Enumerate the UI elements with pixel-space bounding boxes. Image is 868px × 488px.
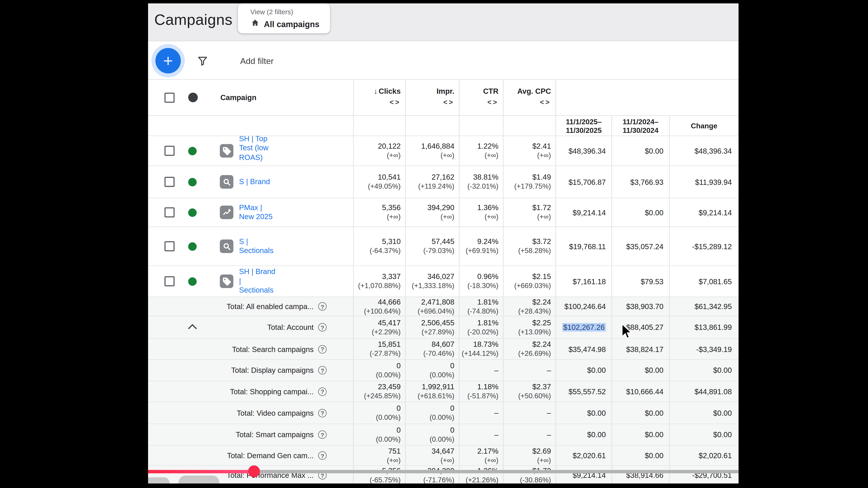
ctr-cell: 2.17%(+∞) bbox=[459, 446, 503, 466]
segment-toggle-icon[interactable]: <> bbox=[390, 98, 401, 106]
previous-period-cost-cell: $3,766.93 bbox=[612, 166, 669, 198]
avg-cpc-cell: $2.24(+28.43%) bbox=[503, 297, 556, 316]
total-row: Total: Video campaigns?0(0.00%)0(0.00%)–… bbox=[148, 402, 739, 424]
impressions-cell: 2,471,808(+696.04%) bbox=[405, 297, 459, 316]
segment-toggle-icon[interactable]: <> bbox=[540, 98, 551, 106]
view-filter-dropdown[interactable]: View (2 filters) All campaigns bbox=[238, 3, 330, 33]
campaign-row: S |Sectionals5,310(-64.37%)57,445(-79.03… bbox=[148, 227, 739, 266]
collapse-chevron-icon[interactable] bbox=[188, 323, 197, 332]
change-cell: $48,396.34 bbox=[669, 136, 739, 166]
enabled-status-icon bbox=[188, 147, 197, 155]
enabled-status-icon bbox=[188, 277, 197, 286]
row-checkbox[interactable] bbox=[164, 207, 175, 218]
help-icon[interactable]: ? bbox=[318, 430, 327, 439]
current-period-cost-cell: $9,214.14 bbox=[556, 466, 612, 484]
total-row-label: Total: Video campaigns bbox=[237, 409, 313, 417]
current-period-cost-cell: $7,161.18 bbox=[556, 266, 612, 297]
current-period-column-header[interactable]: 11/1/2025– 11/30/2025 bbox=[556, 116, 612, 136]
clicks-cell: 3,337(+1,070.88%) bbox=[353, 266, 405, 297]
campaign-row: S | Brand10,541(+49.05%)27,162(+119.24%)… bbox=[148, 166, 739, 198]
campaign-name-link[interactable]: SH | TopTest (lowROAS) bbox=[239, 136, 269, 162]
change-cell: -$3,349.19 bbox=[669, 339, 739, 359]
total-row: Total: Demand Gen cam...?751(+∞)34,647(+… bbox=[148, 446, 739, 466]
enabled-status-icon bbox=[188, 177, 197, 186]
previous-period-cost-cell: $0.00 bbox=[612, 136, 669, 166]
ctr-cell: 38.81%(-32.01%) bbox=[459, 166, 503, 198]
total-row-label: Total: Smart campaigns bbox=[236, 430, 313, 439]
change-cell: $7,081.65 bbox=[669, 266, 739, 297]
previous-period-cost-cell: $38,903.70 bbox=[612, 297, 669, 316]
row-checkbox[interactable] bbox=[164, 241, 175, 252]
select-all-checkbox[interactable] bbox=[164, 92, 175, 103]
campaign-column-header: Campaign bbox=[220, 93, 256, 102]
help-icon[interactable]: ? bbox=[318, 409, 327, 417]
change-cell: $13,861.99 bbox=[669, 316, 739, 338]
row-checkbox[interactable] bbox=[164, 177, 175, 187]
avg-cpc-cell: – bbox=[503, 360, 556, 381]
help-icon[interactable]: ? bbox=[318, 451, 327, 460]
campaign-name-link[interactable]: S | Brand bbox=[239, 177, 270, 186]
current-period-cost-cell: $102,267.26 bbox=[556, 316, 612, 338]
ctr-cell: 1.36%(+21.26%) bbox=[459, 466, 503, 484]
filter-funnel-icon bbox=[197, 55, 209, 67]
table-header-row: Campaign ↓Clicks <> Impr. <> CTR <> Avg.… bbox=[148, 80, 739, 116]
impressions-cell: 27,162(+119.24%) bbox=[405, 166, 459, 198]
add-filter-button[interactable]: Add filter bbox=[240, 56, 274, 66]
campaign-name-link[interactable]: SH | Brand|Sectionals bbox=[239, 267, 276, 295]
date-header-spacer bbox=[459, 116, 503, 136]
home-icon bbox=[250, 18, 260, 30]
impressions-cell: 84,607(-70.46%) bbox=[405, 339, 459, 359]
help-icon[interactable]: ? bbox=[318, 302, 327, 311]
impressions-cell: 1,992,911(+618.61%) bbox=[405, 381, 459, 402]
row-checkbox[interactable] bbox=[164, 146, 175, 156]
avg-cpc-cell: $2.37(+50.60%) bbox=[503, 381, 556, 402]
clicks-cell: 23,459(+245.85%) bbox=[353, 381, 405, 402]
date-header-spacer bbox=[503, 116, 556, 136]
change-cell: -$29,700.51 bbox=[669, 466, 739, 484]
date-header-spacer bbox=[405, 116, 459, 136]
clicks-cell: 0(0.00%) bbox=[353, 424, 405, 445]
current-period-cost-cell: $9,214.14 bbox=[556, 198, 612, 227]
impressions-cell: 346,027(+1,333.18%) bbox=[405, 266, 459, 297]
clicks-cell: 5,356(+∞) bbox=[353, 198, 405, 227]
ctr-column-header[interactable]: CTR <> bbox=[459, 80, 503, 116]
video-scrubber-playhead[interactable] bbox=[248, 465, 260, 477]
segment-toggle-icon[interactable]: <> bbox=[443, 98, 454, 106]
view-filter-caption: View (2 filters) bbox=[250, 8, 330, 16]
segment-toggle-icon[interactable]: <> bbox=[487, 98, 498, 106]
previous-period-cost-cell: $0.00 bbox=[612, 198, 669, 227]
clicks-cell: 15,851(-27.87%) bbox=[353, 339, 405, 359]
total-row-label: Total: All enabled campa... bbox=[227, 302, 314, 311]
avg-cpc-cell: $2.41(+∞) bbox=[503, 136, 556, 166]
video-player-control-shape bbox=[179, 476, 219, 485]
help-icon[interactable]: ? bbox=[318, 323, 327, 332]
campaign-name-link[interactable]: S |Sectionals bbox=[239, 237, 274, 256]
status-filter-dot-icon[interactable] bbox=[188, 93, 198, 102]
avg-cpc-cell: – bbox=[503, 402, 556, 424]
avg-cpc-cell: $1.72(-30.86%) bbox=[503, 466, 556, 484]
ctr-cell: 9.24%(+69.91%) bbox=[459, 227, 503, 265]
ctr-cell: 1.81%(-74.80%) bbox=[459, 297, 503, 316]
campaign-type-tag-icon bbox=[220, 274, 234, 288]
current-period-cost-cell: $15,706.87 bbox=[556, 166, 612, 198]
avg-cpc-column-header[interactable]: Avg. CPC <> bbox=[503, 80, 556, 116]
campaign-name-link[interactable]: PMax |New 2025 bbox=[239, 203, 273, 222]
current-period-cost-cell: $55,557.52 bbox=[556, 381, 612, 402]
avg-cpc-cell: $2.69(+∞) bbox=[503, 446, 556, 466]
avg-cpc-cell: $2.24(+26.69%) bbox=[503, 339, 556, 359]
help-icon[interactable]: ? bbox=[318, 345, 327, 353]
impressions-column-header[interactable]: Impr. <> bbox=[405, 80, 459, 116]
help-icon[interactable]: ? bbox=[318, 366, 327, 375]
total-row: Total: Smart campaigns?0(0.00%)0(0.00%)–… bbox=[148, 424, 739, 446]
total-row: Total: Performance Max ...?5,356(-65.75%… bbox=[148, 466, 739, 484]
current-period-cost-cell: $0.00 bbox=[556, 424, 612, 445]
row-checkbox[interactable] bbox=[164, 276, 175, 287]
add-button[interactable]: + bbox=[156, 48, 181, 74]
current-period-cost-cell: $2,020.61 bbox=[556, 446, 612, 466]
previous-period-cost-cell: $38,824.17 bbox=[612, 339, 669, 359]
date-range-header-row: 11/1/2025– 11/30/2025 11/1/2024– 11/30/2… bbox=[148, 116, 739, 136]
clicks-column-header[interactable]: ↓Clicks <> bbox=[353, 80, 405, 116]
help-icon[interactable]: ? bbox=[318, 387, 327, 396]
change-cell: $0.00 bbox=[669, 360, 739, 381]
previous-period-column-header[interactable]: 11/1/2024– 11/30/2024 bbox=[612, 116, 669, 136]
